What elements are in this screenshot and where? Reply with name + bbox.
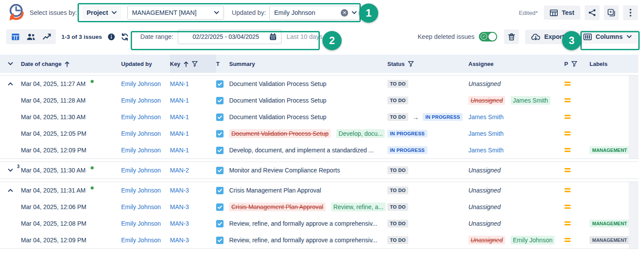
assignee-user-link[interactable]: James Smith <box>468 130 504 137</box>
history-row: Mar 04, 2025, 12:06 PMEmily JohnsonMAN-3… <box>0 199 638 215</box>
column-label: Key <box>170 61 180 67</box>
toolbar-right-actions: Keep deleted issues ✓ Export <box>417 29 638 44</box>
priority-cell <box>564 188 590 193</box>
toggle-knob <box>488 33 496 41</box>
column-header-key[interactable]: Key <box>170 55 216 73</box>
updated-by-user-link[interactable]: Emily Johnson <box>121 97 161 104</box>
view-switcher <box>6 29 56 44</box>
updated-by-user-link[interactable]: Emily Johnson <box>121 220 161 227</box>
calendar-icon[interactable] <box>269 33 277 41</box>
collapse-all-header[interactable] <box>0 62 21 65</box>
status-badge: TO DO <box>387 113 408 121</box>
issue-key-link[interactable]: MAN-1 <box>170 80 189 87</box>
saved-reports-button[interactable] <box>604 5 619 20</box>
columns-button[interactable]: Columns <box>577 30 638 44</box>
clear-selection-icon[interactable]: ✕ <box>341 9 348 17</box>
status-badge: IN PROGRESS <box>423 113 463 121</box>
column-header-labels[interactable]: Labels <box>590 61 638 67</box>
new-change-dot <box>91 80 94 83</box>
issue-key-link[interactable]: MAN-1 <box>170 97 189 104</box>
issue-key-cell: MAN-1 <box>170 97 216 104</box>
report-name-button[interactable]: Test <box>544 6 580 20</box>
date-range-label: Date range: <box>140 33 173 40</box>
issue-key-link[interactable]: MAN-3 <box>170 187 189 194</box>
people-view-button[interactable] <box>24 31 38 42</box>
project-selector-dropdown[interactable]: Project <box>82 6 121 20</box>
assignee-new-value: James Smith <box>511 96 550 105</box>
change-date: Mar 04, 2025, 11:27 AM <box>21 80 85 87</box>
updated-by-cell: Emily Johnson <box>121 97 170 104</box>
issue-group: Mar 04, 2025, 11:27 AMEmily JohnsonMAN-1… <box>0 75 638 159</box>
annotation-badge-3: 3 <box>562 31 581 50</box>
deleted-issues-button[interactable] <box>504 29 519 44</box>
updated-by-user-link[interactable]: Emily Johnson <box>121 114 161 120</box>
updated-by-user-link[interactable]: Emily Johnson <box>121 167 161 174</box>
select-issues-by-label: Select issues by: <box>30 9 77 16</box>
assignee-user-link[interactable]: James Smith <box>468 147 504 154</box>
issue-type-cell <box>216 130 229 138</box>
column-header-assignee[interactable]: Assignee <box>468 61 564 67</box>
chart-view-button[interactable] <box>40 31 54 42</box>
task-type-icon <box>216 130 224 138</box>
status-badge: TO DO <box>387 203 408 211</box>
column-header-summary[interactable]: Summary <box>229 61 387 67</box>
change-date: Mar 04, 2025, 12:08 PM <box>21 220 86 227</box>
issue-type-cell <box>216 167 229 174</box>
change-date: Mar 04, 2025, 12:09 PM <box>21 147 86 154</box>
issue-key-link[interactable]: MAN-1 <box>170 130 189 137</box>
issue-key-link[interactable]: MAN-3 <box>170 237 189 244</box>
group-toggle-button[interactable] <box>8 189 13 192</box>
status-badge: TO DO <box>387 80 408 88</box>
project-value-select[interactable]: MANAGEMENT [MAN] <box>127 6 224 20</box>
summary-cell: Document Validation Process Setup <box>229 97 387 104</box>
column-header-priority[interactable]: P <box>564 61 590 67</box>
column-header-status[interactable]: Status <box>387 61 468 67</box>
issue-key-link[interactable]: MAN-3 <box>170 220 189 227</box>
info-button[interactable] <box>108 33 115 41</box>
history-row: Mar 04, 2025, 12:05 PMEmily JohnsonMAN-1… <box>0 125 638 142</box>
updated-by-user-link[interactable]: Emily Johnson <box>121 80 161 87</box>
issue-key-cell: MAN-1 <box>170 147 216 154</box>
filter-icon[interactable] <box>571 61 577 67</box>
updated-by-user-link[interactable]: Emily Johnson <box>121 130 161 137</box>
group-toggle-button[interactable] <box>8 82 13 86</box>
filter-icon[interactable] <box>192 61 198 67</box>
date-range-value: 02/22/2025 - 03/04/2025 <box>183 33 269 40</box>
issue-key-link[interactable]: MAN-1 <box>170 147 189 154</box>
assignee-cell: James Smith <box>468 114 564 120</box>
share-button[interactable] <box>585 5 600 20</box>
summary-text: Document Validation Process Setup <box>229 80 326 87</box>
date-range-input[interactable]: 02/22/2025 - 03/04/2025 <box>178 30 281 44</box>
date-range-preset: Last 10 days <box>287 33 322 40</box>
column-header-updated-by[interactable]: Updated by <box>121 61 170 67</box>
chevron-up-icon <box>8 189 13 192</box>
change-date: Mar 04, 2025, 12:06 PM <box>21 203 86 210</box>
table-view-button[interactable] <box>8 31 22 42</box>
updated-by-select[interactable]: Emily Johnson ✕ <box>269 6 362 20</box>
updated-by-user-link[interactable]: Emily Johnson <box>121 203 161 210</box>
history-row: Mar 04, 2025, 12:08 PMEmily JohnsonMAN-3… <box>0 215 638 232</box>
refresh-button[interactable] <box>121 33 129 41</box>
updated-by-user-link[interactable]: Emily Johnson <box>121 147 161 154</box>
group-toggle-button[interactable] <box>8 169 13 172</box>
status-badge: TO DO <box>387 166 408 174</box>
issue-key-link[interactable]: MAN-2 <box>170 167 189 174</box>
row-toggle-cell <box>0 82 21 86</box>
column-label: T <box>216 61 220 67</box>
keep-deleted-toggle[interactable]: ✓ <box>479 32 497 41</box>
issue-key-cell: MAN-1 <box>170 80 216 87</box>
issue-key-link[interactable]: MAN-3 <box>170 203 189 210</box>
more-options-button[interactable] <box>623 5 638 20</box>
issue-key-link[interactable]: MAN-1 <box>170 114 189 120</box>
column-header-date[interactable]: Date of change <box>21 61 121 67</box>
updated-by-user-link[interactable]: Emily Johnson <box>121 237 161 244</box>
updated-by-user-link[interactable]: Emily Johnson <box>121 187 161 194</box>
issue-group: 3Mar 04, 2025, 11:30 AMEmily JohnsonMAN-… <box>0 162 638 179</box>
column-header-type[interactable]: T <box>216 61 229 67</box>
labels-cell: MANAGEMENT <box>590 220 638 227</box>
assignee-user-link[interactable]: James Smith <box>468 114 504 120</box>
status-cell: TO DO→IN PROGRESS <box>387 113 468 121</box>
updated-by-value-text: Emily Johnson <box>274 9 337 16</box>
filter-icon[interactable] <box>408 61 414 67</box>
issue-key-cell: MAN-3 <box>170 237 216 244</box>
